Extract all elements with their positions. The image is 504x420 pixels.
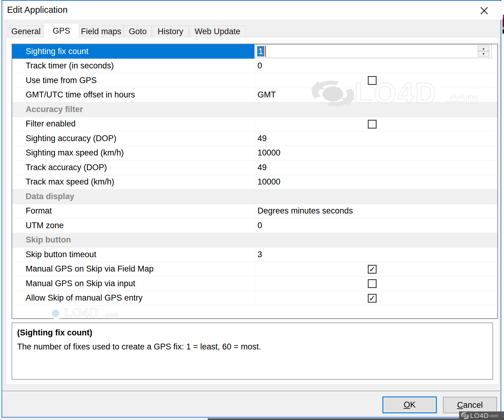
grid-section-row[interactable]: Data display — [12, 189, 497, 204]
brand-badge: LO4D.com — [459, 411, 504, 420]
description-body: The number of fixes used to create a GPS… — [17, 342, 261, 352]
grid-row[interactable]: Track accuracy (DOP)49 — [12, 160, 497, 175]
grid-row[interactable]: Track max speed (km/h)10000 — [12, 175, 497, 190]
row-value-text: GMT — [255, 90, 276, 100]
row-value: ✓ — [254, 262, 497, 276]
row-value-text: 0 — [255, 221, 262, 230]
grid-row[interactable]: Track timer (in seconds)0 — [12, 59, 497, 74]
row-value: 10000 — [254, 175, 497, 189]
row-label: Sighting max speed (km/h) — [12, 146, 254, 160]
dialog-title: Edit Application — [7, 5, 68, 15]
checkbox-checked[interactable]: ✓ — [368, 294, 377, 303]
row-value-text: Degrees minutes seconds — [255, 206, 353, 216]
section-label: Data display — [12, 189, 497, 204]
checkbox-unchecked[interactable] — [368, 76, 377, 85]
tab-web-update[interactable]: Web Update — [189, 26, 246, 38]
row-value: ✓ — [254, 291, 497, 305]
grid-row[interactable]: Filter enabled — [12, 117, 497, 132]
grid-row[interactable]: UTM zone0 — [12, 218, 497, 233]
row-label: Format — [12, 204, 254, 218]
row-label: Manual GPS on Skip via Field Map — [12, 262, 254, 276]
row-label: Track timer (in seconds) — [12, 59, 254, 73]
title-bar: Edit Application — [4, 1, 503, 20]
checkbox-checked[interactable]: ✓ — [368, 265, 377, 274]
row-value-text: 10000 — [255, 148, 280, 158]
row-value-text: 3 — [255, 250, 262, 259]
row-value — [254, 117, 497, 131]
row-label: Track max speed (km/h) — [12, 175, 254, 189]
badge-brand-text: LO4D — [470, 412, 489, 420]
tab-general[interactable]: General — [8, 26, 44, 38]
grid-section-row[interactable]: Skip button — [12, 233, 497, 248]
grid-row[interactable]: Use time from GPS — [12, 73, 497, 88]
row-label: Allow Skip of manual GPS entry — [12, 291, 254, 305]
tab-history[interactable]: History — [152, 26, 189, 38]
row-value-text: 49 — [255, 134, 267, 143]
row-value: 0 — [254, 59, 497, 73]
row-label: GMT/UTC time offset in hours — [12, 88, 254, 102]
row-value — [254, 44, 497, 59]
background-fragment — [0, 418, 208, 420]
property-grid-body: Sighting fix count1▲▼Track timer (in sec… — [12, 44, 497, 318]
cancel-button[interactable]: Cancel — [443, 397, 497, 413]
background-fragment — [502, 27, 504, 30]
description-panel: (Sighting fix count) The number of fixes… — [12, 323, 493, 380]
row-label: Use time from GPS — [12, 73, 254, 88]
checkbox-unchecked[interactable] — [368, 120, 377, 129]
row-value: 3 — [254, 247, 497, 262]
row-value: Degrees minutes seconds — [254, 204, 497, 218]
grid-row[interactable]: Skip button timeout3 — [12, 247, 497, 262]
row-label: UTM zone — [12, 218, 254, 233]
grid-row[interactable]: Manual GPS on Skip via Field Map✓ — [12, 262, 497, 277]
row-label: Filter enabled — [12, 117, 254, 131]
row-value — [254, 276, 497, 291]
row-value: 49 — [254, 160, 497, 175]
section-label: Skip button — [12, 233, 497, 247]
row-value: GMT — [254, 88, 497, 102]
tab-gps[interactable]: GPS — [44, 23, 79, 38]
grid-row[interactable]: Manual GPS on Skip via input — [12, 276, 497, 291]
badge-logo-icon — [461, 412, 469, 419]
row-value-text: 0 — [255, 61, 262, 71]
grid-row[interactable]: Sighting accuracy (DOP)49 — [12, 131, 497, 146]
badge-suffix-text: .com — [489, 413, 498, 418]
button-area-separator — [2, 391, 502, 392]
grid-row[interactable]: Sighting fix count1▲▼ — [12, 44, 497, 59]
grid-row[interactable]: FormatDegrees minutes seconds — [12, 204, 497, 219]
row-label: Track accuracy (DOP) — [12, 160, 254, 175]
tab-goto[interactable]: Goto — [124, 26, 152, 38]
section-label: Accuracy filter — [12, 102, 497, 117]
row-value: 0 — [254, 218, 497, 233]
row-label: Manual GPS on Skip via input — [12, 276, 254, 291]
close-icon[interactable] — [478, 5, 490, 16]
row-value-text: 49 — [255, 163, 267, 172]
grid-row[interactable]: Allow Skip of manual GPS entry✓ — [12, 291, 497, 306]
description-header: (Sighting fix count) — [17, 328, 92, 338]
row-label: Sighting accuracy (DOP) — [12, 131, 254, 146]
row-label: Skip button timeout — [12, 247, 254, 262]
row-value: 10000 — [254, 146, 497, 160]
row-value — [254, 73, 497, 88]
row-value-text: 10000 — [255, 177, 280, 187]
grid-row[interactable]: GMT/UTC time offset in hoursGMT — [12, 88, 497, 103]
grid-row[interactable]: Sighting max speed (km/h)10000 — [12, 146, 497, 161]
ok-button[interactable]: OK — [382, 396, 437, 413]
background-fragment — [502, 30, 504, 34]
grid-section-row[interactable]: Accuracy filter — [12, 102, 497, 117]
row-label: Sighting fix count — [12, 44, 254, 59]
tab-field-maps[interactable]: Field maps — [79, 26, 124, 38]
checkbox-unchecked[interactable] — [368, 279, 377, 288]
screen: Edit Application GeneralGPSField mapsGot… — [0, 0, 504, 420]
row-value: 49 — [254, 131, 497, 146]
